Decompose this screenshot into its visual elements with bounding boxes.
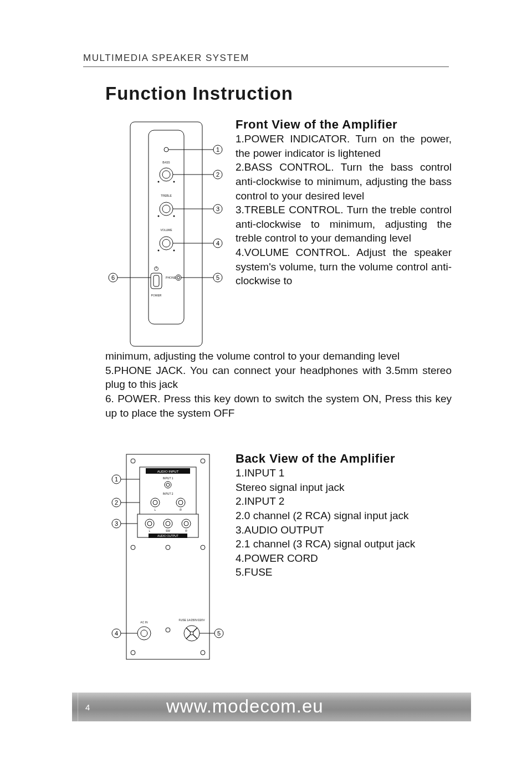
svg-text:3: 3 xyxy=(115,520,118,527)
svg-text:FUSE
1A/250V/220V: FUSE 1A/250V/220V xyxy=(179,618,206,622)
svg-text:3: 3 xyxy=(216,206,219,212)
back-p8: 5.FUSE xyxy=(236,565,452,580)
front-heading: Front View of the Amplifier xyxy=(236,117,452,132)
svg-text:2: 2 xyxy=(216,171,219,178)
back-p3: 2.INPUT 2 xyxy=(236,494,452,509)
label-power: POWER xyxy=(151,294,162,297)
svg-text:R: R xyxy=(180,508,182,511)
back-view-diagram: AUDIO INPUT INPUT 1 INPUT 2 L R L R SW A… xyxy=(111,452,224,662)
front-p1: 1.POWER INDICATOR. Turn on the power, th… xyxy=(236,132,452,160)
svg-text:R: R xyxy=(185,529,187,532)
label-treble: TREBLE xyxy=(161,194,172,197)
svg-point-80 xyxy=(190,632,193,635)
back-p6: 2.1 channel (3 RCA) signal output jack xyxy=(236,537,452,551)
svg-text:2: 2 xyxy=(115,499,118,506)
svg-point-6 xyxy=(173,181,175,183)
svg-text:6: 6 xyxy=(111,274,115,281)
header-rule xyxy=(83,66,449,68)
svg-text:AUDIO INPUT: AUDIO INPUT xyxy=(157,470,179,473)
back-p1: 1.INPUT 1 xyxy=(236,466,452,480)
svg-point-73 xyxy=(137,627,151,640)
front-view-diagram: BASS TREBLE VOLUME PHONE POWER xyxy=(105,119,227,349)
svg-point-9 xyxy=(158,216,160,217)
front-p5: 5.PHONE JACK. You can connect your headp… xyxy=(105,363,452,392)
back-heading: Back View of the Amplifier xyxy=(236,452,452,466)
svg-text:1: 1 xyxy=(115,476,118,483)
label-volume: VOLUME xyxy=(160,228,172,232)
front-p4a: 4.VOLUME CONTROL. Adjust the speaker sys… xyxy=(236,245,452,288)
back-view-text: Back View of the Amplifier 1.INPUT 1 Ste… xyxy=(236,452,452,580)
svg-point-5 xyxy=(158,181,160,183)
svg-point-13 xyxy=(158,250,160,252)
svg-text:AUDIO OUTPUT: AUDIO OUTPUT xyxy=(157,534,178,537)
front-p4b: minimum, adjusting the volume control to… xyxy=(105,349,452,363)
svg-text:4: 4 xyxy=(115,630,118,637)
front-p2: 2.BASS CONTROL. Turn the bass control an… xyxy=(236,160,452,203)
front-p3: 3.TREBLE CONTROL. Turn the treble contro… xyxy=(236,203,452,245)
back-p5: 3.AUDIO OUTPUT xyxy=(236,523,452,537)
svg-point-10 xyxy=(173,216,175,217)
label-phone: PHONE xyxy=(166,276,176,279)
svg-text:1: 1 xyxy=(216,146,219,153)
back-p7: 4.POWER CORD xyxy=(236,551,452,566)
front-p6: 6. POWER. Press this key down to switch … xyxy=(105,392,452,420)
svg-text:5: 5 xyxy=(216,274,219,281)
svg-text:L: L xyxy=(155,508,156,511)
svg-text:SW: SW xyxy=(166,529,170,532)
svg-point-14 xyxy=(173,250,175,252)
svg-text:INPUT 1: INPUT 1 xyxy=(162,476,173,480)
back-p2: Stereo signal input jack xyxy=(236,480,452,495)
svg-text:INPUT 2: INPUT 2 xyxy=(162,492,173,495)
manual-page: MULTIMEDIA SPEAKER SYSTEM Function Instr… xyxy=(0,0,532,774)
footer-url: www.modecom.eu xyxy=(166,696,324,717)
page-number: 4 xyxy=(85,703,90,712)
svg-rect-20 xyxy=(154,275,159,286)
back-p4: 2.0 channel (2 RCA) signal input jack xyxy=(236,509,452,523)
svg-text:4: 4 xyxy=(216,240,219,247)
front-view-text: Front View of the Amplifier 1.POWER INDI… xyxy=(236,117,452,288)
svg-text:AC IN: AC IN xyxy=(140,621,148,624)
front-text-continued: minimum, adjusting the volume control to… xyxy=(105,349,452,420)
label-bass: BASS xyxy=(162,161,170,164)
svg-text:5: 5 xyxy=(217,630,221,637)
page-header: MULTIMEDIA SPEAKER SYSTEM xyxy=(83,53,249,64)
page-title: Function Instruction xyxy=(105,83,293,104)
svg-text:L: L xyxy=(149,529,151,532)
